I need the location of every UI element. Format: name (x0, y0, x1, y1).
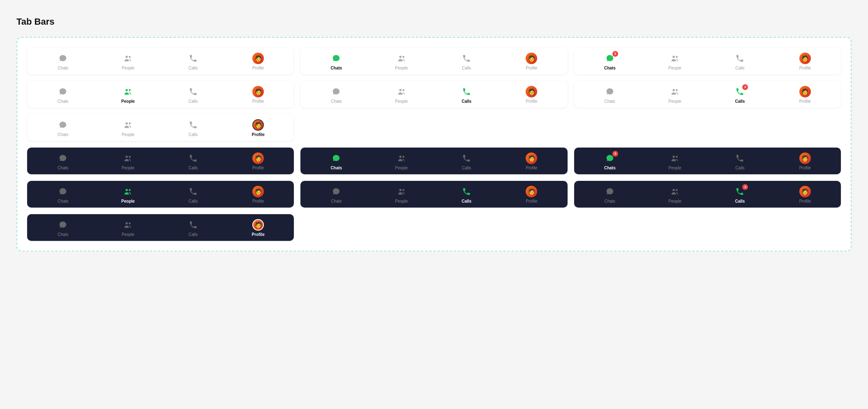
tab-chats-badge[interactable]: 3 Chats (577, 153, 642, 170)
tab-people[interactable]: People (95, 119, 160, 137)
tab-people[interactable]: People (95, 219, 160, 237)
people-icon (396, 86, 407, 97)
light-theme-grid: Chats People (27, 48, 841, 108)
tab-profile[interactable]: 🧑 Profile (773, 86, 838, 104)
tab-people[interactable]: People (642, 86, 707, 104)
tab-people[interactable]: People (369, 186, 434, 203)
tab-people[interactable]: People (642, 153, 707, 170)
svg-point-12 (126, 122, 128, 125)
tabbar-dark-chats-badge: 3 Chats People (574, 148, 841, 174)
chats-icon (57, 219, 69, 231)
tab-people[interactable]: People (95, 53, 160, 70)
tab-profile[interactable]: 🧑 Profile (773, 153, 838, 170)
tab-calls[interactable]: Calls (161, 86, 226, 104)
profile-label: Profile (526, 199, 537, 203)
chats-label: Chats (58, 132, 68, 137)
tab-calls-active[interactable]: Calls (434, 86, 499, 104)
people-icon (669, 186, 681, 197)
tab-calls[interactable]: Calls (707, 53, 772, 70)
tab-calls-active[interactable]: Calls (434, 186, 499, 203)
svg-point-1 (129, 56, 131, 58)
people-label: People (669, 166, 681, 170)
chats-icon (604, 186, 616, 197)
tab-people-active[interactable]: People (95, 86, 160, 104)
profile-label: Profile (526, 99, 537, 104)
tab-people[interactable]: People (369, 86, 434, 104)
calls-label-badge: Calls (735, 199, 745, 203)
tab-chats[interactable]: Chats (577, 186, 642, 203)
tab-chats[interactable]: Chats (30, 86, 95, 104)
tab-chats-active[interactable]: Chats (304, 153, 369, 170)
tab-calls[interactable]: Calls (161, 119, 226, 137)
svg-point-23 (402, 189, 404, 191)
tab-profile[interactable]: 🧑 Profile (226, 186, 291, 203)
tab-calls[interactable]: Calls (434, 53, 499, 70)
tab-chats[interactable]: Chats (30, 53, 95, 70)
tab-profile[interactable]: 🧑 Profile (226, 86, 291, 104)
people-label: People (122, 232, 134, 237)
calls-badge: 2 (742, 184, 748, 190)
tab-chats[interactable]: Chats (577, 86, 642, 104)
tab-profile[interactable]: 🧑 Profile (499, 186, 564, 203)
chats-icon-active (330, 153, 342, 164)
chats-icon (604, 86, 616, 97)
tab-calls-badge[interactable]: 2 Calls (707, 86, 772, 104)
tab-profile[interactable]: 🧑 Profile (226, 153, 291, 170)
calls-icon (187, 119, 199, 131)
tabbar-light-chats-badge: 3 Chats People (574, 48, 841, 74)
avatar-active: 🧑 (252, 119, 264, 131)
tab-chats[interactable]: Chats (304, 86, 369, 104)
profile-label: Profile (799, 166, 811, 170)
profile-label: Profile (799, 66, 811, 70)
tab-profile-active[interactable]: 🧑 Profile (226, 119, 291, 137)
tab-profile[interactable]: 🧑 Profile (226, 53, 291, 70)
svg-point-14 (126, 156, 128, 158)
svg-point-5 (676, 56, 678, 58)
tab-chats[interactable]: Chats (30, 153, 95, 170)
tab-people[interactable]: People (369, 53, 434, 70)
people-label: People (669, 199, 681, 203)
calls-icon (461, 153, 472, 164)
tab-profile[interactable]: 🧑 Profile (773, 53, 838, 70)
tab-calls[interactable]: Calls (707, 153, 772, 170)
tab-profile[interactable]: 🧑 Profile (499, 153, 564, 170)
tab-chats-active[interactable]: Chats (304, 53, 369, 70)
people-label: People (395, 66, 408, 70)
tab-chats[interactable]: Chats (30, 186, 95, 203)
svg-point-21 (129, 189, 131, 191)
svg-point-26 (126, 222, 128, 225)
calls-label: Calls (462, 166, 471, 170)
tab-profile[interactable]: 🧑 Profile (499, 53, 564, 70)
tab-profile[interactable]: 🧑 Profile (773, 186, 838, 203)
svg-point-4 (673, 56, 675, 58)
tab-profile-active[interactable]: 🧑 Profile (226, 219, 291, 237)
svg-point-9 (402, 89, 404, 91)
profile-icon: 🧑 (252, 86, 264, 97)
chats-badge: 3 (612, 51, 618, 57)
tab-calls[interactable]: Calls (161, 219, 226, 237)
chats-icon (57, 119, 69, 131)
chats-icon (57, 186, 69, 197)
tab-calls[interactable]: Calls (161, 53, 226, 70)
tab-calls[interactable]: Calls (161, 153, 226, 170)
tab-chats[interactable]: Chats (30, 219, 95, 237)
people-icon (122, 119, 134, 131)
avatar-active: 🧑 (252, 219, 264, 231)
tab-people[interactable]: People (642, 53, 707, 70)
profile-icon: 🧑 (799, 53, 811, 64)
tab-chats-badge[interactable]: 3 Chats (577, 53, 642, 70)
tab-chats[interactable]: Chats (30, 119, 95, 137)
tab-people[interactable]: People (95, 153, 160, 170)
avatar: 🧑 (799, 86, 811, 97)
tab-people-active[interactable]: People (95, 186, 160, 203)
chats-icon-active (330, 53, 342, 64)
tab-profile[interactable]: 🧑 Profile (499, 86, 564, 104)
tab-calls-badge[interactable]: 2 Calls (707, 186, 772, 203)
calls-label-badge: Calls (735, 99, 745, 104)
tab-people[interactable]: People (642, 186, 707, 203)
profile-icon: 🧑 (252, 153, 264, 164)
tab-calls[interactable]: Calls (161, 186, 226, 203)
tab-calls[interactable]: Calls (434, 153, 499, 170)
tab-people[interactable]: People (369, 153, 434, 170)
tab-chats[interactable]: Chats (304, 186, 369, 203)
